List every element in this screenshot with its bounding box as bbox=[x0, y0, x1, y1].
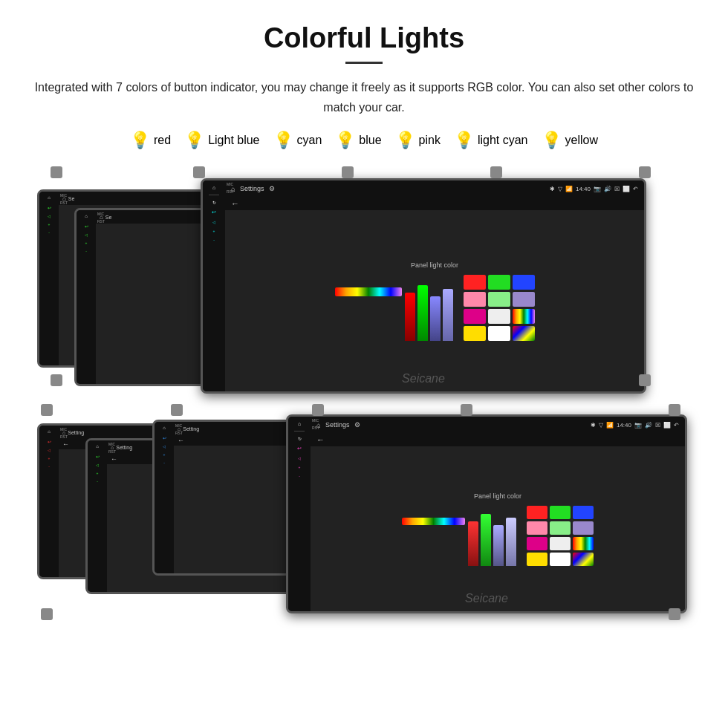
bulb-icon-lightcyan: 💡 bbox=[454, 131, 474, 150]
color-label-pink: pink bbox=[419, 134, 441, 147]
page-description: Integrated with 7 colors of button indic… bbox=[30, 77, 698, 117]
color-label-lightcyan: light cyan bbox=[478, 134, 528, 147]
mount-tab-tr1 bbox=[193, 166, 205, 178]
page-wrapper: Colorful Lights Integrated with 7 colors… bbox=[0, 0, 728, 646]
bulb-icon-pink: 💡 bbox=[395, 131, 415, 150]
bulb-icon-lightblue: 💡 bbox=[184, 131, 204, 150]
top-devices-row: ⌂ ↩ ◁ + - ⌂ Se bbox=[30, 171, 698, 401]
device-front-top: ⌂ ↻ ↩ ◁ + - ⌂ Settings ⚙ bbox=[201, 178, 646, 394]
mount-tab-btc3 bbox=[461, 404, 472, 416]
color-label-cyan: cyan bbox=[297, 134, 322, 147]
color-label-blue: blue bbox=[359, 134, 381, 147]
mount-tab-tr2 bbox=[639, 166, 651, 178]
mount-tab-tc1 bbox=[342, 166, 354, 178]
title-divider bbox=[345, 62, 383, 64]
page-title: Colorful Lights bbox=[30, 22, 698, 54]
mount-tab-tl1 bbox=[51, 166, 62, 178]
bulb-icon-yellow: 💡 bbox=[542, 131, 562, 150]
bottom-device-front: ⌂ ↻ ↩ ◁ + - ⌂ Settings ⚙ bbox=[286, 414, 687, 613]
color-item-lightblue: 💡 Light blue bbox=[184, 131, 259, 150]
mount-tab-btc1 bbox=[171, 404, 183, 416]
mount-tab-btl1 bbox=[41, 404, 53, 416]
mount-tab-br1 bbox=[639, 374, 651, 386]
watermark-bottom: Seicane bbox=[465, 592, 508, 605]
mount-tab-bbr1 bbox=[669, 608, 680, 620]
color-item-lightcyan: 💡 light cyan bbox=[454, 131, 528, 150]
color-label-lightblue: Light blue bbox=[208, 134, 259, 147]
mount-tab-bl1 bbox=[51, 374, 62, 386]
mount-tab-bbl1 bbox=[41, 608, 53, 620]
color-label-red: red bbox=[154, 134, 171, 147]
color-label-yellow: yellow bbox=[565, 134, 598, 147]
mount-tab-btc2 bbox=[312, 404, 324, 416]
mount-tab-btr1 bbox=[669, 404, 680, 416]
bulb-icon-red: 💡 bbox=[130, 131, 150, 150]
bulb-icon-blue: 💡 bbox=[335, 131, 355, 150]
color-item-blue: 💡 blue bbox=[335, 131, 381, 150]
color-item-pink: 💡 pink bbox=[395, 131, 441, 150]
color-item-red: 💡 red bbox=[130, 131, 171, 150]
bottom-devices-row: ⌂ ↩ ◁ + - ⌂Setting ← MIC RST bbox=[30, 408, 698, 631]
mount-tab-tc2 bbox=[490, 166, 502, 178]
color-item-cyan: 💡 cyan bbox=[273, 131, 322, 150]
color-row: 💡 red 💡 Light blue 💡 cyan 💡 blue 💡 pink … bbox=[30, 131, 698, 150]
bulb-icon-cyan: 💡 bbox=[273, 131, 293, 150]
color-item-yellow: 💡 yellow bbox=[542, 131, 598, 150]
devices-section: ⌂ ↩ ◁ + - ⌂ Se bbox=[30, 171, 698, 631]
